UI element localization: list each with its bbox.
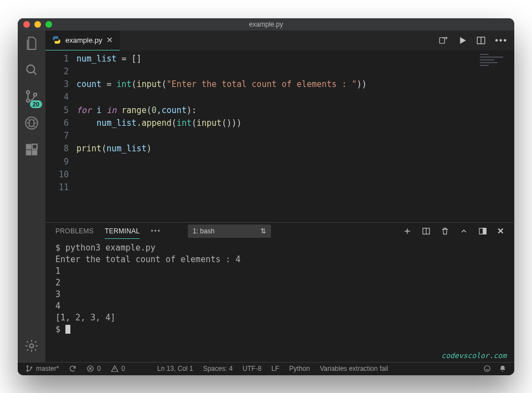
svg-rect-5 [26,144,31,149]
panel-tab-bar: PROBLEMS TERMINAL ••• 1: bash ⇅ ✕ [45,223,514,240]
line-number-gutter: 1234567891011 [45,50,76,222]
split-terminal-icon[interactable] [422,227,431,236]
terminal-cursor [65,325,70,334]
svg-rect-8 [32,144,37,149]
explorer-icon[interactable] [24,36,39,53]
svg-rect-14 [483,228,486,234]
svg-rect-7 [32,150,37,155]
status-sync-icon[interactable] [69,365,76,372]
panel-tab-terminal[interactable]: TERMINAL [105,224,140,239]
svg-point-15 [27,366,28,367]
panel-tab-problems[interactable]: PROBLEMS [55,224,94,238]
svg-point-17 [30,367,32,368]
code-editor[interactable]: 1234567891011 num_list = [] count = int(… [45,50,514,222]
activity-bar: 20 [18,30,45,362]
svg-point-0 [27,65,34,73]
status-bell-icon[interactable] [499,365,507,372]
debug-icon[interactable] [24,116,39,132]
more-actions-icon[interactable]: ••• [495,35,508,45]
status-branch[interactable]: master* [25,365,59,372]
editor-actions: ••• [432,30,514,50]
kill-terminal-icon[interactable] [441,227,449,236]
tab-example-py[interactable]: example.py ✕ [45,30,120,50]
terminal-selector[interactable]: 1: bash ⇅ [188,224,271,238]
bottom-panel: PROBLEMS TERMINAL ••• 1: bash ⇅ ✕ [45,222,514,362]
status-language[interactable]: Python [289,365,310,372]
panel-tab-more[interactable]: ••• [151,224,161,238]
terminal-output[interactable]: $ python3 example.py Enter the total cou… [45,240,514,362]
status-errors[interactable]: 0 [86,365,101,372]
window-title: example.py [18,21,514,28]
svg-point-16 [27,370,28,371]
watermark: codevscolor.com [442,351,507,360]
status-bar: master* 0 0 Ln 13, Col 1 Spaces: 4 UTF-8… [18,362,514,375]
vscode-window: example.py 20 [18,18,514,375]
code-content[interactable]: num_list = [] count = int(input("Enter t… [76,50,367,222]
run-icon[interactable] [457,35,467,45]
titlebar: example.py [18,18,514,30]
status-warnings[interactable]: 0 [111,365,125,372]
close-panel-icon[interactable]: ✕ [497,226,504,236]
compare-icon[interactable] [438,35,448,45]
python-file-icon [52,35,61,44]
editor-group: example.py ✕ ••• 1234567891011 num_list … [45,30,514,362]
svg-point-3 [34,93,37,96]
svg-point-9 [30,344,34,348]
minimap[interactable] [480,54,510,76]
maximize-panel-icon[interactable] [459,227,468,236]
split-editor-icon[interactable] [476,35,486,45]
new-terminal-icon[interactable] [403,227,412,236]
settings-gear-icon[interactable] [24,339,39,355]
svg-rect-6 [26,150,31,155]
source-control-icon[interactable]: 20 [24,89,39,106]
toggle-panel-icon[interactable] [478,227,487,236]
svg-point-2 [27,99,29,101]
scm-badge: 20 [30,100,42,108]
status-indent[interactable]: Spaces: 4 [203,365,232,372]
status-ext-msg[interactable]: Variables extraction fail [320,365,388,372]
tab-close-icon[interactable]: ✕ [106,35,113,44]
extensions-icon[interactable] [24,142,39,159]
svg-rect-10 [439,37,444,43]
status-eol[interactable]: LF [272,365,279,372]
status-feedback-icon[interactable] [483,365,491,372]
status-cursor-pos[interactable]: Ln 13, Col 1 [157,365,193,372]
svg-point-1 [27,90,29,93]
tab-bar: example.py ✕ ••• [45,30,514,50]
search-icon[interactable] [24,63,39,79]
status-encoding[interactable]: UTF-8 [243,365,262,372]
chevron-updown-icon: ⇅ [260,227,266,235]
svg-point-19 [484,366,490,372]
tab-label: example.py [65,36,102,44]
